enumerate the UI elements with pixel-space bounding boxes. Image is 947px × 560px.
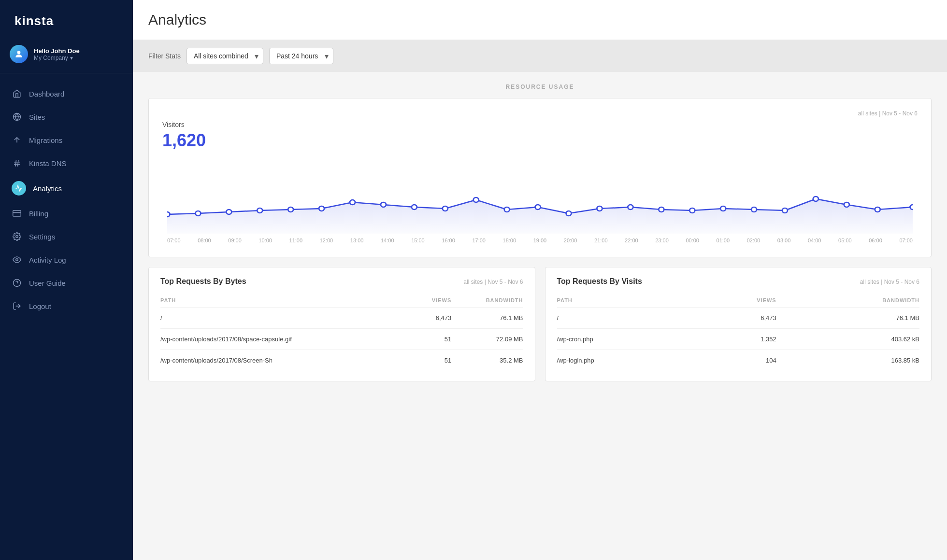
migrations-icon	[12, 135, 22, 145]
table-row: /wp-cron.php 1,352 403.62 kB	[557, 329, 920, 350]
time-select[interactable]: Past 24 hours Past 7 days Past 30 days	[269, 48, 333, 64]
logo: kinsta	[0, 0, 133, 40]
eye-icon	[12, 254, 22, 265]
time-label: 04:00	[808, 238, 821, 243]
svg-point-20	[319, 206, 324, 211]
sidebar-item-dashboard[interactable]: Dashboard	[0, 82, 133, 105]
path-col-header: PATH	[557, 294, 701, 308]
svg-point-28	[566, 211, 572, 216]
time-label: 12:00	[320, 238, 333, 243]
time-label: 23:00	[655, 238, 669, 243]
tables-row: Top Requests By Bytes all sites | Nov 5 …	[148, 267, 932, 391]
path-col-header: PATH	[160, 294, 414, 308]
sites-select-wrapper[interactable]: All sites combined Site 1 Site 2	[187, 48, 263, 64]
sidebar-item-kinsta-dns[interactable]: Kinsta DNS	[0, 152, 133, 175]
svg-point-21	[350, 200, 355, 205]
sidebar-item-sites[interactable]: Sites	[0, 105, 133, 128]
svg-point-0	[17, 51, 21, 54]
views-cell: 104	[701, 350, 776, 371]
sidebar-item-migrations[interactable]: Migrations	[0, 128, 133, 152]
path-cell: /	[557, 308, 701, 329]
svg-point-30	[628, 205, 633, 210]
filter-bar: Filter Stats All sites combined Site 1 S…	[133, 40, 947, 72]
sidebar-item-label: User Guide	[29, 279, 66, 287]
bandwidth-cell: 163.85 kB	[776, 350, 919, 371]
card-icon	[12, 208, 22, 219]
path-cell: /wp-content/uploads/2017/08/space-capsul…	[160, 329, 414, 350]
time-label: 20:00	[564, 238, 577, 243]
path-cell: /wp-cron.php	[557, 329, 701, 350]
svg-point-22	[381, 202, 386, 207]
time-label: 15:00	[411, 238, 425, 243]
sidebar-item-settings[interactable]: Settings	[0, 225, 133, 248]
bandwidth-cell: 403.62 kB	[776, 329, 919, 350]
svg-point-26	[504, 207, 510, 212]
sidebar-item-label: Migrations	[29, 136, 62, 144]
svg-point-23	[412, 205, 417, 210]
time-label: 10:00	[258, 238, 272, 243]
time-label: 11:00	[289, 238, 303, 243]
user-profile[interactable]: Hello John Doe My Company ▾	[0, 40, 133, 73]
views-col-header: VIEWS	[414, 294, 451, 308]
views-cell: 6,473	[701, 308, 776, 329]
page-title: Analytics	[148, 12, 932, 28]
views-cell: 6,473	[414, 308, 451, 329]
sidebar-item-label: Logout	[29, 302, 51, 310]
time-label: 09:00	[228, 238, 242, 243]
visitors-label: Visitors	[162, 121, 918, 128]
time-label: 21:00	[594, 238, 608, 243]
table-row: / 6,473 76.1 MB	[160, 308, 523, 329]
svg-point-38	[875, 207, 880, 212]
svg-point-33	[720, 206, 726, 211]
globe-icon	[12, 112, 22, 122]
svg-point-37	[844, 202, 849, 207]
visitors-meta: all sites | Nov 5 - Nov 6	[162, 110, 918, 117]
sites-select[interactable]: All sites combined Site 1 Site 2	[187, 48, 263, 64]
filter-label: Filter Stats	[148, 52, 181, 60]
bandwidth-col-header: BANDWIDTH	[451, 294, 523, 308]
views-cell: 51	[414, 350, 451, 371]
time-label: 05:00	[838, 238, 852, 243]
sidebar-item-label: Kinsta DNS	[29, 159, 67, 168]
table-row: / 6,473 76.1 MB	[557, 308, 920, 329]
sidebar-item-billing[interactable]: Billing	[0, 202, 133, 225]
path-cell: /wp-content/uploads/2017/08/Screen-Sh	[160, 350, 414, 371]
card-meta: all sites | Nov 5 - Nov 6	[860, 279, 919, 285]
svg-point-25	[474, 197, 479, 202]
user-name: Hello John Doe	[34, 47, 123, 55]
path-cell: /wp-login.php	[557, 350, 701, 371]
svg-point-31	[659, 207, 664, 212]
table-row: /wp-content/uploads/2017/08/space-capsul…	[160, 329, 523, 350]
time-label: 18:00	[503, 238, 517, 243]
svg-point-11	[16, 259, 18, 261]
chart-time-labels: 07:0008:0009:0010:0011:0012:0013:0014:00…	[162, 234, 918, 249]
top-requests-bytes-card: Top Requests By Bytes all sites | Nov 5 …	[148, 267, 535, 381]
logout-icon	[12, 301, 22, 311]
chart-icon	[12, 181, 26, 196]
time-label: 01:00	[717, 238, 730, 243]
sidebar-item-analytics[interactable]: Analytics	[0, 175, 133, 202]
table-row: /wp-content/uploads/2017/08/Screen-Sh 51…	[160, 350, 523, 371]
svg-point-18	[257, 208, 262, 213]
svg-point-19	[288, 207, 293, 212]
resource-usage-label: RESOURCE USAGE	[148, 84, 932, 90]
bandwidth-cell: 72.09 MB	[451, 329, 523, 350]
svg-point-16	[195, 211, 201, 216]
sidebar-item-label: Settings	[29, 233, 55, 241]
views-cell: 1,352	[701, 329, 776, 350]
main-content: Analytics Filter Stats All sites combine…	[133, 0, 947, 560]
time-label: 17:00	[472, 238, 486, 243]
card-meta: all sites | Nov 5 - Nov 6	[463, 279, 523, 285]
dns-icon	[12, 158, 22, 168]
svg-rect-8	[13, 210, 21, 216]
gear-icon	[12, 231, 22, 242]
visitors-count: 1,620	[162, 130, 918, 151]
avatar	[10, 45, 28, 63]
sidebar-item-label: Sites	[29, 113, 45, 121]
sidebar-item-logout[interactable]: Logout	[0, 294, 133, 318]
sidebar-item-user-guide[interactable]: User Guide	[0, 271, 133, 294]
time-select-wrapper[interactable]: Past 24 hours Past 7 days Past 30 days	[269, 48, 333, 64]
sidebar-item-activity-log[interactable]: Activity Log	[0, 248, 133, 271]
views-cell: 51	[414, 329, 451, 350]
views-col-header: VIEWS	[701, 294, 776, 308]
